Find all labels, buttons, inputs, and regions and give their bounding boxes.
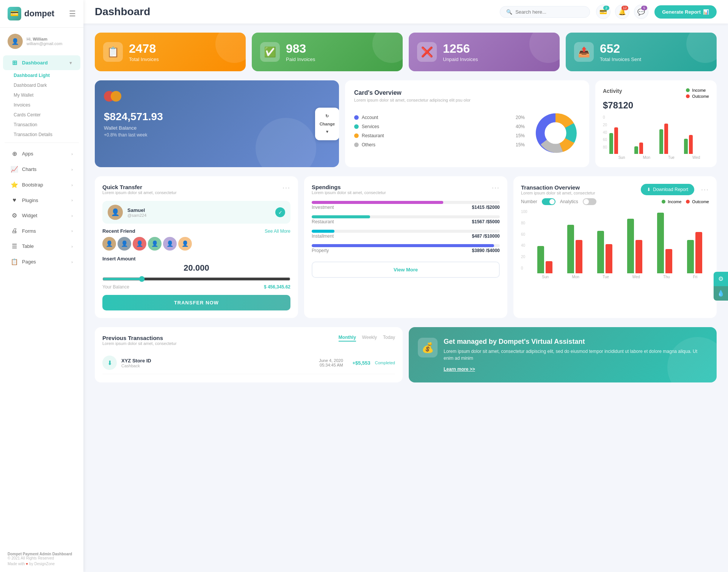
sidebar-item-label: Widget — [22, 213, 37, 218]
tx-status: Completed — [375, 360, 395, 365]
subnav-invoices[interactable]: Invoices — [14, 100, 83, 110]
sidebar-item-apps[interactable]: ⊕ Apps › — [3, 146, 80, 161]
bottom-row: Quick Transfer Lorem ipsum dolor sit ame… — [95, 176, 717, 318]
drop-icon: 💧 — [717, 290, 725, 297]
check-icon: ✓ — [275, 207, 285, 217]
search-box[interactable]: 🔍 — [500, 6, 590, 18]
content-area: 📋 2478 Total Invoices ✅ 983 Paid Invoice… — [83, 24, 728, 572]
see-all-link[interactable]: See All More — [265, 229, 290, 234]
spending-installment: Installment $487 /$10000 — [312, 230, 500, 239]
legend-label-services: Services — [362, 124, 379, 129]
subnav-cards-center[interactable]: Cards Center — [14, 110, 83, 120]
charts-icon: 📈 — [11, 166, 18, 173]
analytics-toggle[interactable] — [583, 198, 596, 205]
y-axis: 806040200 — [603, 115, 609, 149]
subnav-dashboard-light[interactable]: Dashboard Light — [14, 71, 83, 80]
number-toggle[interactable] — [542, 198, 555, 205]
wallet-icon-btn[interactable]: 💳 2 — [596, 5, 610, 19]
friends-avatars: 👤 👤 👤 👤 👤 👤 — [102, 237, 290, 251]
mid-row: $824,571.93 Wallet Balance +0.8% than la… — [95, 80, 717, 167]
spendings-menu[interactable]: ··· — [492, 184, 500, 192]
progress-fill-installment — [312, 230, 334, 233]
pt-tab-weekly[interactable]: Weekly — [362, 335, 377, 342]
stat-label-unpaid: Unpaid Invoices — [443, 56, 478, 62]
user-profile: 👤 Hi, William william@gmail.com — [0, 28, 83, 55]
stat-icon-unpaid: ❌ — [417, 42, 437, 62]
spendings-subtitle: Lorem ipsum dolor sit amet, consectetur — [312, 190, 386, 195]
chevron-down-icon: ▼ — [69, 61, 73, 65]
transaction-row: ⬇ XYZ Store ID Cashback June 4, 2020 05:… — [102, 352, 395, 374]
water-drop-button[interactable]: 💧 — [714, 286, 728, 301]
transfer-now-button[interactable]: TRANSFER NOW — [102, 295, 290, 310]
sidebar-logo: 💳 dompet ☰ — [0, 0, 83, 28]
search-input[interactable] — [515, 9, 584, 15]
balance-row: Your Balance $ 456,345.62 — [102, 284, 290, 290]
amount-display: 20.000 — [102, 263, 290, 273]
pt-tab-monthly[interactable]: Monthly — [339, 335, 356, 342]
to-menu[interactable]: ··· — [701, 186, 709, 194]
subnav-my-wallet[interactable]: My Wallet — [14, 90, 83, 100]
dashboard-submenu: Dashboard Light Dashboard Dark My Wallet… — [0, 71, 83, 139]
legend-dot-others — [354, 143, 359, 147]
bar-wed-income — [684, 139, 688, 154]
card-overview-title: Card's Overview — [354, 89, 580, 96]
spendings-title: Spendings — [312, 184, 386, 190]
legend-pct-account: 20% — [516, 115, 525, 120]
contact-avatar: 👤 — [108, 205, 123, 220]
tx-type: Cashback — [121, 364, 151, 368]
sidebar-item-bootstrap[interactable]: ⭐ Bootstrap › — [3, 177, 80, 192]
to-outcome-dot — [686, 200, 690, 204]
sidebar-item-plugins[interactable]: ♥ Plugins › — [3, 193, 80, 207]
chat-badge: 5 — [641, 6, 647, 10]
table-icon: ☰ — [11, 243, 18, 250]
stat-icon-sent: 📤 — [574, 42, 594, 62]
bootstrap-icon: ⭐ — [11, 181, 18, 188]
generate-report-button[interactable]: Generate Report 📊 — [654, 5, 717, 19]
subnav-transaction[interactable]: Transaction — [14, 120, 83, 130]
settings-panel-button[interactable]: ⚙ — [714, 272, 728, 286]
spending-label-restaurant: Restaurant — [312, 219, 334, 224]
sidebar-item-label: Table — [22, 243, 34, 249]
recent-label: Recent Friend — [102, 228, 135, 234]
balance-label: Your Balance — [102, 284, 129, 290]
qt-menu[interactable]: ··· — [282, 184, 290, 192]
download-report-button[interactable]: ⬇ Download Report — [641, 184, 694, 195]
insert-amount-label: Insert Amount — [102, 256, 290, 262]
stat-value-paid: 983 — [286, 42, 315, 56]
chevron-right-icon: › — [71, 152, 73, 156]
analytics-label: Analytics — [560, 199, 578, 204]
sidebar-item-table[interactable]: ☰ Table › — [3, 239, 80, 254]
right-panel: ⚙ 💧 — [714, 272, 728, 301]
sidebar-item-charts[interactable]: 📈 Charts › — [3, 162, 80, 177]
hamburger-menu[interactable]: ☰ — [69, 9, 76, 18]
amount-slider[interactable] — [102, 276, 290, 282]
sidebar-item-widget[interactable]: ⚙ Widget › — [3, 208, 80, 223]
subnav-transaction-details[interactable]: Transaction Details — [14, 130, 83, 139]
spending-amount-restaurant: $1567 /$5000 — [472, 219, 500, 224]
subnav-dashboard-dark[interactable]: Dashboard Dark — [14, 80, 83, 90]
sidebar-item-dashboard[interactable]: ⊞ Dashboard ▼ — [3, 55, 80, 70]
friend-avatar-1: 👤 — [102, 237, 116, 251]
chevron-down-icon: ▾ — [326, 129, 328, 134]
va-learn-more-link[interactable]: Learn more >> — [444, 367, 475, 372]
bell-icon-btn[interactable]: 🔔 12 — [615, 5, 629, 19]
toggles-row: Number Analytics Income Outcome — [521, 198, 709, 205]
sidebar-item-forms[interactable]: 🖨 Forms › — [3, 224, 80, 238]
spending-restaurant: Restaurant $1567 /$5000 — [312, 215, 500, 224]
sidebar-item-pages[interactable]: 📋 Pages › — [3, 254, 80, 269]
pt-tabs: Monthly Weekly Today — [339, 335, 395, 342]
stat-value-unpaid: 1256 — [443, 42, 478, 56]
donut-chart — [531, 108, 580, 158]
pt-tab-today[interactable]: Today — [383, 335, 395, 342]
sidebar-footer: Dompet Payment Admin Dashboard © 2021 Al… — [0, 547, 83, 566]
to-y-labels: 020406080100 — [521, 210, 530, 270]
change-button[interactable]: ↻ Change ▾ — [315, 108, 339, 140]
chat-icon-btn[interactable]: 💬 5 — [634, 5, 648, 19]
balance-value: $ 456,345.62 — [264, 284, 290, 290]
stat-icon-total: 📋 — [103, 42, 123, 62]
pt-subtitle: Lorem ipsum dolor sit amet, consectetur — [102, 341, 177, 346]
view-more-button[interactable]: View More — [312, 262, 500, 278]
to-subtitle: Lorem ipsum dolor sit amet, consectetur — [521, 191, 595, 195]
spending-property: Property $3890 /$4000 — [312, 244, 500, 253]
legend-item-account: Account 20% — [354, 115, 525, 120]
